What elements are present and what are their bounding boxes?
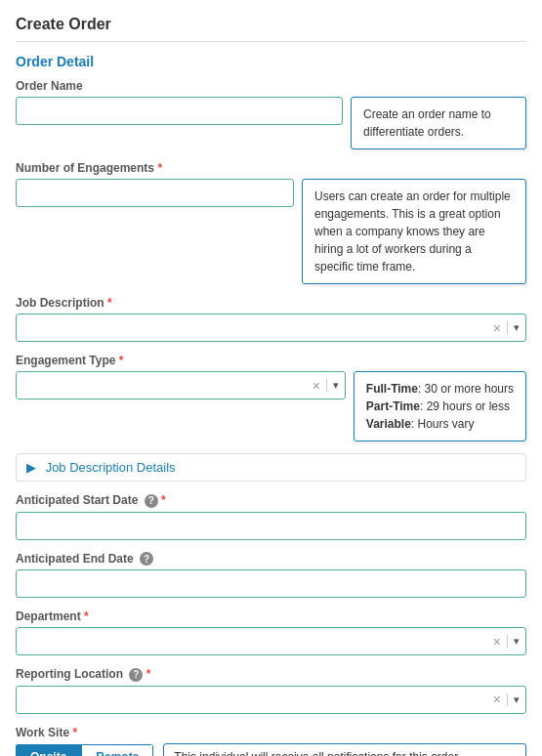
onsite-button[interactable]: Onsite — [16, 744, 81, 757]
job-description-details-arrow-icon: ▶ — [26, 460, 36, 475]
num-engagements-field-group: Number of Engagements * 4 Users can crea… — [16, 161, 526, 284]
engagement-type-clear-icon[interactable]: × — [307, 378, 326, 394]
reporting-location-select[interactable]: San Diego Office × ▾ — [16, 686, 526, 714]
order-name-field-group: Order Name Desktop Support Technician - … — [16, 79, 526, 149]
job-description-select[interactable]: Desktop Support Technician × ▾ — [16, 314, 526, 342]
reporting-location-field-group: Reporting Location ? * San Diego Office … — [16, 667, 526, 714]
job-description-arrow-icon[interactable]: ▾ — [507, 321, 525, 334]
reporting-location-input[interactable]: San Diego Office — [17, 687, 487, 713]
anticipated-start-help-icon[interactable]: ? — [145, 494, 158, 508]
department-arrow-icon[interactable]: ▾ — [507, 635, 525, 648]
anticipated-start-required: * — [161, 493, 166, 507]
job-description-label: Job Description * — [16, 296, 526, 310]
engagement-type-select[interactable]: Full-Time × ▾ — [16, 371, 346, 399]
page-title: Create Order — [16, 16, 526, 42]
order-detail-section-header: Order Detail — [16, 54, 526, 69]
engagement-type-required: * — [119, 354, 124, 367]
job-description-input[interactable]: Desktop Support Technician — [17, 315, 487, 341]
engagement-type-arrow-icon[interactable]: ▾ — [326, 379, 345, 392]
work-site-field-group: Work Site * Onsite Remote This individua… — [16, 726, 526, 757]
work-site-notification-tip: This individual will receive all notific… — [163, 743, 526, 757]
work-site-row: Onsite Remote This individual will recei… — [16, 743, 526, 757]
reporting-location-arrow-icon[interactable]: ▾ — [507, 693, 525, 706]
anticipated-end-input[interactable]: 12/12/2020 — [16, 569, 526, 598]
department-select[interactable]: IT × ▾ — [16, 627, 526, 655]
department-clear-icon[interactable]: × — [487, 634, 507, 650]
num-engagements-label: Number of Engagements * — [16, 161, 526, 175]
num-engagements-tooltip: Users can create an order for multiple e… — [302, 179, 526, 284]
job-description-required: * — [107, 296, 112, 310]
work-site-label: Work Site * — [16, 726, 526, 739]
anticipated-end-help-icon[interactable]: ? — [140, 552, 153, 566]
reporting-location-label: Reporting Location ? * — [16, 667, 526, 682]
anticipated-end-label: Anticipated End Date ? — [16, 552, 526, 567]
engagement-type-input[interactable]: Full-Time — [17, 372, 307, 399]
order-name-input[interactable]: Desktop Support Technician - San Diego — [16, 97, 343, 125]
remote-button[interactable]: Remote — [81, 744, 153, 757]
job-description-details-label: Job Description Details — [46, 460, 176, 475]
work-site-required: * — [72, 726, 77, 739]
anticipated-end-field-group: Anticipated End Date ? 12/12/2020 — [16, 552, 526, 599]
engagement-type-label: Engagement Type * — [16, 354, 526, 367]
reporting-location-clear-icon[interactable]: × — [487, 692, 507, 707]
order-name-tooltip: Create an order name to differentiate or… — [351, 97, 526, 149]
department-required: * — [84, 609, 89, 623]
job-description-clear-icon[interactable]: × — [487, 320, 507, 336]
anticipated-start-input[interactable]: 05/06/2019 — [16, 512, 526, 540]
department-input[interactable]: IT — [17, 628, 487, 654]
num-engagements-required: * — [157, 161, 162, 175]
anticipated-start-field-group: Anticipated Start Date ? * 05/06/2019 — [16, 493, 526, 540]
engagement-type-field-group: Engagement Type * Full-Time × ▾ Full-Tim… — [16, 354, 526, 441]
reporting-location-help-icon[interactable]: ? — [129, 668, 143, 682]
order-name-label: Order Name — [16, 79, 526, 93]
department-label: Department * — [16, 609, 526, 623]
job-description-field-group: Job Description * Desktop Support Techni… — [16, 296, 526, 342]
reporting-location-required: * — [146, 667, 151, 681]
engagement-type-tooltip: Full-Time: 30 or more hours Part-Time: 2… — [354, 371, 526, 441]
job-description-details-section[interactable]: ▶ Job Description Details — [16, 453, 526, 482]
department-field-group: Department * IT × ▾ — [16, 609, 526, 655]
num-engagements-input[interactable]: 4 — [16, 179, 294, 207]
anticipated-start-label: Anticipated Start Date ? * — [16, 493, 526, 508]
work-site-toggle: Onsite Remote — [16, 744, 153, 757]
